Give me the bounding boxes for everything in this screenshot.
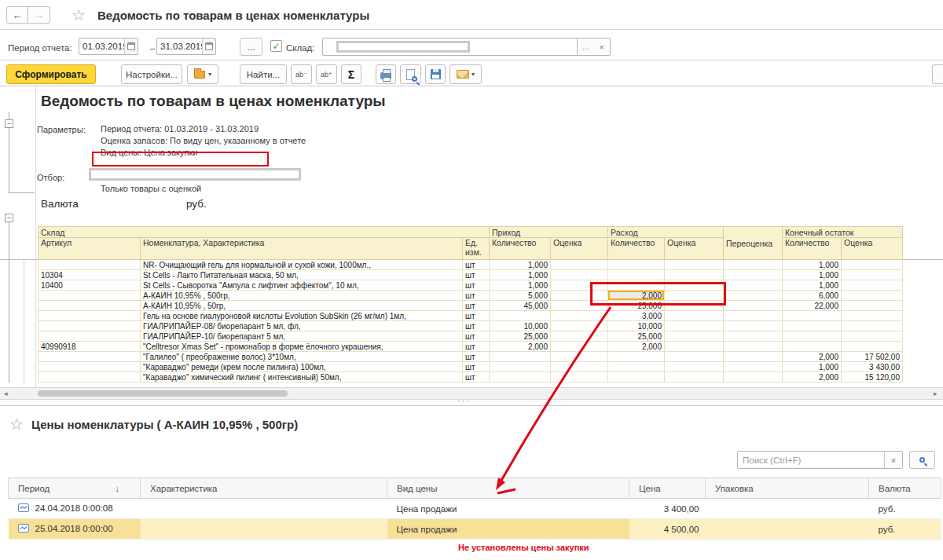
report-cell[interactable] <box>490 311 551 321</box>
price-cell[interactable] <box>141 519 387 540</box>
more-toolbar-button[interactable] <box>932 64 943 84</box>
report-cell[interactable] <box>551 331 608 342</box>
report-cell[interactable]: 3 430,00 <box>842 362 903 372</box>
horizontal-scrollbar[interactable]: ◂ ▸ <box>0 387 943 400</box>
report-cell[interactable] <box>551 372 608 382</box>
report-cell[interactable] <box>724 321 783 331</box>
price-row[interactable]: 25.04.2018 0:00:00Цена продажи4 500,00ру… <box>9 519 941 540</box>
package-header[interactable]: Упаковка <box>706 478 869 499</box>
report-cell[interactable] <box>665 352 724 362</box>
report-cell[interactable]: "Караваджо" химический пилинг ( интенсив… <box>141 372 463 382</box>
collapse-group-button[interactable]: − <box>5 119 13 128</box>
forward-button[interactable]: → <box>28 6 50 24</box>
report-cell[interactable]: St Cells - Лакто Питательная маска, 50 м… <box>141 270 463 280</box>
report-cell[interactable] <box>665 321 724 331</box>
report-cell[interactable]: ГИАЛРИПАЙЕР-10/ биорепарант 5 мл, <box>141 331 463 342</box>
pane-splitter[interactable]: ··· <box>0 400 943 406</box>
report-cell[interactable] <box>551 311 608 321</box>
back-button[interactable]: ← <box>6 6 28 24</box>
price-cell[interactable]: руб. <box>869 519 941 540</box>
report-cell[interactable] <box>665 342 724 352</box>
price-cell[interactable] <box>141 499 387 519</box>
report-cell[interactable] <box>551 362 608 372</box>
report-cell[interactable] <box>783 342 842 352</box>
search-button[interactable] <box>909 451 935 469</box>
price-cell[interactable] <box>706 519 869 540</box>
report-cell[interactable] <box>39 372 141 382</box>
report-cell[interactable]: "Караваджо" ремеди (крем после пилинга) … <box>141 362 463 372</box>
report-cell[interactable] <box>724 342 783 352</box>
price-type-header[interactable]: Вид цены <box>387 478 629 499</box>
report-cell[interactable] <box>39 352 141 362</box>
report-cell[interactable]: шт <box>463 291 490 301</box>
warehouse-clear-button[interactable]: × <box>593 38 611 56</box>
report-cell[interactable] <box>39 321 141 331</box>
print-button[interactable] <box>376 64 396 84</box>
report-cell[interactable] <box>724 362 783 372</box>
report-cell[interactable]: 2,000 <box>490 342 551 352</box>
report-cell[interactable]: 45,000 <box>490 301 551 311</box>
report-cell[interactable]: 2,000 <box>608 342 665 352</box>
report-cell[interactable] <box>665 270 724 280</box>
report-cell[interactable]: 10400 <box>39 280 141 291</box>
warehouse-checkbox[interactable]: ✓ <box>270 40 282 52</box>
report-cell[interactable] <box>490 352 551 362</box>
report-cell[interactable]: "Celltresor Xmas Set" - промонабор в фор… <box>141 342 463 352</box>
report-cell[interactable]: 3,000 <box>608 311 665 321</box>
date-from-input[interactable] <box>79 38 124 54</box>
report-cell[interactable] <box>724 280 783 291</box>
report-cell[interactable] <box>724 301 783 311</box>
report-cell[interactable] <box>665 372 724 382</box>
scrollbar-thumb[interactable] <box>38 390 288 397</box>
report-cell[interactable] <box>490 372 551 382</box>
report-cell[interactable]: "Галилео" ( преображение волос) 3*10мл, <box>141 352 463 362</box>
report-cell[interactable] <box>551 342 608 352</box>
period-more-button[interactable]: ... <box>240 38 262 56</box>
report-cell[interactable]: St Cells - Сыворотка "Ампула с лифтинг э… <box>141 280 463 291</box>
report-cell[interactable] <box>842 311 903 321</box>
report-cell[interactable] <box>842 301 903 311</box>
report-cell[interactable] <box>39 260 141 270</box>
report-cell[interactable] <box>783 331 842 342</box>
price-cell[interactable]: 24.04.2018 0:00:08 <box>9 499 141 519</box>
report-cell[interactable] <box>39 362 141 372</box>
report-cell[interactable]: ГИАЛРИПАЙЕР-08/ биорепарант 5 мл, фл, <box>141 321 463 331</box>
save-button[interactable] <box>425 64 446 84</box>
price-cell[interactable]: 3 400,00 <box>629 499 706 519</box>
report-cell[interactable]: 1,000 <box>783 280 842 291</box>
report-cell[interactable]: А-КАИН 10,95% , 500гр, <box>141 291 463 301</box>
search-clear-button[interactable]: × <box>884 452 902 468</box>
scroll-left-icon[interactable]: ◂ <box>4 390 8 397</box>
favorite-star-icon[interactable]: ☆ <box>9 416 24 432</box>
price-cell[interactable]: Цена продажи <box>387 519 629 540</box>
price-cell[interactable] <box>706 499 869 519</box>
report-cell[interactable]: Гель на основе гиалуроновой кислоты Evol… <box>141 311 463 321</box>
send-email-button[interactable]: ▾ <box>449 64 482 84</box>
report-cell[interactable]: 1,000 <box>490 270 551 280</box>
report-cell[interactable]: шт <box>463 352 490 362</box>
report-cell[interactable] <box>551 321 608 331</box>
report-cell[interactable] <box>665 311 724 321</box>
report-cell[interactable] <box>783 321 842 331</box>
date-to-input[interactable] <box>157 38 202 54</box>
report-cell[interactable] <box>39 301 141 311</box>
find-button[interactable]: Найти... <box>240 64 287 84</box>
autosum-button[interactable]: Σ <box>341 64 361 84</box>
price-cell[interactable]: 4 500,00 <box>629 519 706 540</box>
report-cell[interactable] <box>608 362 665 372</box>
report-cell[interactable] <box>842 260 903 270</box>
report-cell[interactable]: 10,000 <box>490 321 551 331</box>
calendar-button[interactable] <box>202 38 215 54</box>
print-preview-button[interactable] <box>400 64 421 84</box>
report-cell[interactable] <box>842 342 903 352</box>
report-cell[interactable]: шт <box>463 372 490 382</box>
report-cell[interactable] <box>842 280 903 291</box>
report-cell[interactable] <box>39 331 141 342</box>
report-cell[interactable] <box>490 362 551 372</box>
report-cell[interactable] <box>724 270 783 280</box>
report-cell[interactable]: 1,000 <box>490 280 551 291</box>
report-cell[interactable]: шт <box>463 362 490 372</box>
report-cell[interactable]: 22,000 <box>783 301 842 311</box>
report-cell[interactable]: 15 120,00 <box>842 372 903 382</box>
currency-header[interactable]: Валюта <box>869 478 941 499</box>
